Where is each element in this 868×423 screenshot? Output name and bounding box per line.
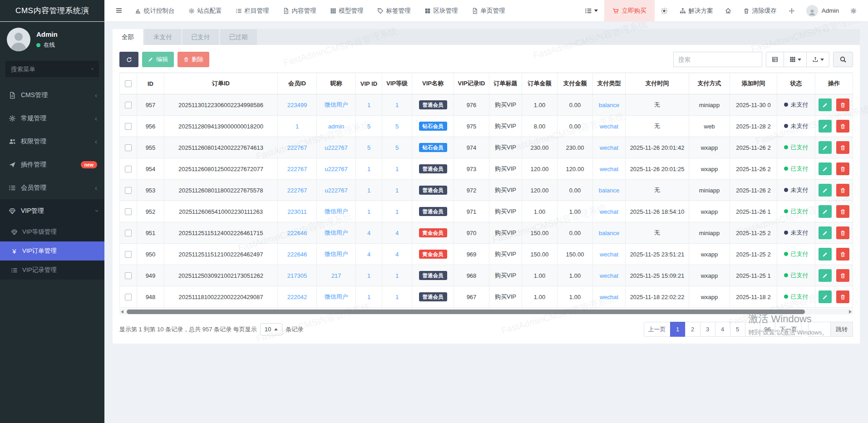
page-button-3[interactable]: 3 bbox=[700, 322, 715, 337]
sidebar-item-addon[interactable]: 插件管理new bbox=[0, 153, 104, 176]
row-edit-button[interactable] bbox=[819, 98, 832, 111]
cell-nickname[interactable]: 微信用户 bbox=[317, 244, 356, 265]
home-button[interactable] bbox=[719, 0, 737, 22]
page-button-5[interactable]: 5 bbox=[730, 322, 745, 337]
cell-nickname[interactable]: 微信用户 bbox=[317, 286, 356, 308]
row-delete-button[interactable] bbox=[836, 269, 849, 282]
row-delete-button[interactable] bbox=[836, 205, 849, 218]
scroll-left-icon[interactable] bbox=[121, 310, 123, 314]
cell-vip-level[interactable]: 1 bbox=[382, 201, 412, 222]
cell-nickname[interactable]: admin bbox=[317, 116, 356, 137]
sidebar-toggle-icon[interactable] bbox=[111, 7, 127, 15]
row-delete-button[interactable] bbox=[836, 226, 849, 239]
cell-vip-id[interactable]: 1 bbox=[356, 286, 382, 308]
cell-vip-id[interactable]: 5 bbox=[356, 137, 382, 158]
advanced-search-button[interactable] bbox=[833, 52, 853, 67]
row-delete-button[interactable] bbox=[836, 98, 849, 111]
cell-nickname[interactable]: u222767 bbox=[317, 137, 356, 158]
row-edit-button[interactable] bbox=[819, 248, 832, 261]
cell-pay-type[interactable]: balance bbox=[593, 222, 626, 244]
cell-vip-id[interactable]: 1 bbox=[356, 94, 382, 116]
cell-vip-id[interactable]: 1 bbox=[356, 180, 382, 201]
col-member-id[interactable]: 会员ID bbox=[278, 73, 317, 94]
col-status[interactable]: 状态 bbox=[777, 73, 815, 94]
row-checkbox[interactable] bbox=[125, 294, 132, 300]
row-edit-button[interactable] bbox=[819, 141, 832, 154]
sidebar-item-member[interactable]: 会员管理‹ bbox=[0, 176, 104, 199]
sidebar-item-vip[interactable]: VIP管理‹ bbox=[0, 199, 104, 222]
cell-vip-level[interactable]: 5 bbox=[382, 116, 412, 137]
row-checkbox[interactable] bbox=[125, 230, 132, 236]
refresh-button[interactable] bbox=[119, 52, 138, 67]
col-vip-name[interactable]: VIP名称 bbox=[412, 73, 454, 94]
row-edit-button[interactable] bbox=[819, 120, 832, 133]
cell-member-id[interactable]: 223011 bbox=[278, 201, 317, 222]
cell-member-id[interactable]: 222767 bbox=[278, 180, 317, 201]
detail-view-button[interactable] bbox=[766, 52, 784, 67]
cell-vip-id[interactable]: 1 bbox=[356, 158, 382, 180]
cell-pay-type[interactable]: wechat bbox=[593, 286, 626, 308]
cell-pay-type[interactable]: wechat bbox=[593, 201, 626, 222]
row-edit-button[interactable] bbox=[819, 226, 832, 239]
row-checkbox[interactable] bbox=[125, 123, 132, 130]
cell-member-id[interactable]: 222042 bbox=[278, 286, 317, 308]
col-order-id[interactable]: 订单ID bbox=[164, 73, 278, 94]
row-delete-button[interactable] bbox=[836, 162, 849, 175]
col-id[interactable]: ID bbox=[137, 73, 164, 94]
topbar-list-dropdown[interactable] bbox=[578, 0, 604, 22]
row-delete-button[interactable] bbox=[836, 120, 849, 133]
cell-nickname[interactable]: u222767 bbox=[317, 158, 356, 180]
table-search-input[interactable] bbox=[673, 52, 762, 67]
col-vip-record-id[interactable]: VIP记录ID bbox=[454, 73, 489, 94]
row-checkbox[interactable] bbox=[125, 208, 132, 215]
sidebar-item-vip-level[interactable]: VIP等级管理 bbox=[0, 222, 104, 241]
cell-pay-type[interactable]: wechat bbox=[593, 116, 626, 137]
col-vip-id[interactable]: VIP ID bbox=[356, 73, 382, 94]
row-checkbox[interactable] bbox=[125, 144, 132, 151]
user-menu[interactable]: Admin bbox=[801, 5, 844, 17]
col-add-time[interactable]: 添加时间 bbox=[730, 73, 777, 94]
cell-pay-type[interactable]: balance bbox=[593, 94, 626, 116]
row-checkbox[interactable] bbox=[125, 102, 132, 108]
cell-vip-id[interactable]: 5 bbox=[356, 116, 382, 137]
scroll-right-icon[interactable] bbox=[849, 310, 852, 314]
jump-button[interactable]: 跳转 bbox=[831, 322, 853, 337]
cell-member-id[interactable]: 222646 bbox=[278, 244, 317, 265]
row-checkbox[interactable] bbox=[125, 251, 132, 258]
cell-pay-type[interactable]: wechat bbox=[593, 158, 626, 180]
cell-nickname[interactable]: 微信用户 bbox=[317, 94, 356, 116]
theme-brightness-button[interactable] bbox=[655, 0, 674, 22]
page-size-dropdown[interactable]: 10 bbox=[260, 323, 282, 335]
sidebar-item-vip-order[interactable]: ¥VIP订单管理 bbox=[0, 241, 104, 261]
sidebar-item-vip-record[interactable]: VIP记录管理 bbox=[0, 261, 104, 280]
prev-page-button[interactable]: 上一页 bbox=[644, 322, 671, 337]
col-pay-amount[interactable]: 支付金额 bbox=[557, 73, 593, 94]
nav-category[interactable]: 栏目管理 bbox=[230, 0, 275, 22]
clear-cache-button[interactable]: 清除缓存 bbox=[737, 0, 783, 22]
cell-pay-type[interactable]: balance bbox=[593, 180, 626, 201]
nav-single-page[interactable]: 单页管理 bbox=[466, 0, 511, 22]
cell-member-id[interactable]: 222767 bbox=[278, 137, 317, 158]
col-vip-level[interactable]: VIP等级 bbox=[382, 73, 412, 94]
col-nickname[interactable]: 昵称 bbox=[317, 73, 356, 94]
tab-all[interactable]: 全部 bbox=[113, 29, 143, 45]
row-checkbox[interactable] bbox=[125, 187, 132, 194]
col-order-title[interactable]: 订单标题 bbox=[489, 73, 522, 94]
cell-member-id[interactable]: 222646 bbox=[278, 222, 317, 244]
cell-vip-level[interactable]: 1 bbox=[382, 286, 412, 308]
cell-vip-level[interactable]: 1 bbox=[382, 265, 412, 286]
tab-expired[interactable]: 已过期 bbox=[220, 29, 257, 45]
scrollbar-thumb[interactable] bbox=[127, 310, 805, 314]
cell-pay-type[interactable]: wechat bbox=[593, 137, 626, 158]
cell-nickname[interactable]: 微信用户 bbox=[317, 201, 356, 222]
nav-content[interactable]: 内容管理 bbox=[277, 0, 322, 22]
row-delete-button[interactable] bbox=[836, 290, 849, 303]
col-operations[interactable]: 操作 bbox=[815, 73, 853, 94]
solution-link[interactable]: 解决方案 bbox=[674, 0, 719, 22]
cell-nickname[interactable]: 微信用户 bbox=[317, 222, 356, 244]
cell-vip-id[interactable]: 1 bbox=[356, 265, 382, 286]
tab-unpaid[interactable]: 未支付 bbox=[144, 29, 181, 45]
export-button[interactable] bbox=[807, 52, 829, 67]
cell-vip-level[interactable]: 1 bbox=[382, 180, 412, 201]
sidebar-item-auth[interactable]: 权限管理‹ bbox=[0, 130, 104, 153]
